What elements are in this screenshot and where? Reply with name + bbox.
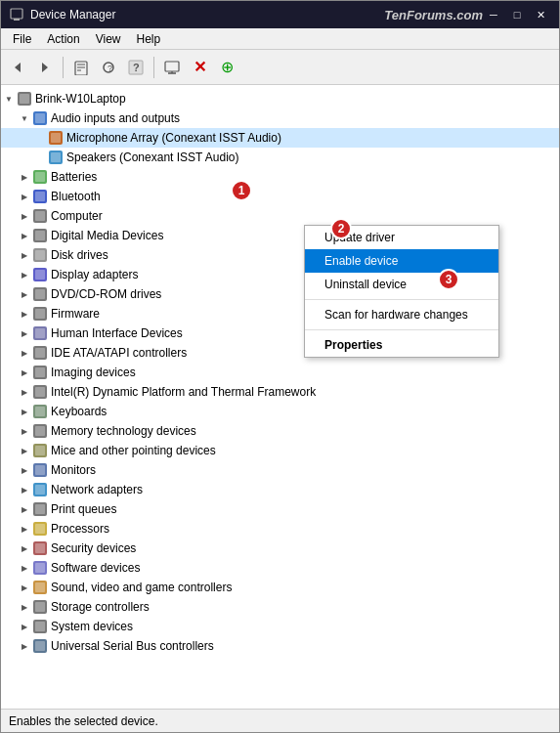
badge-3: 3 xyxy=(438,269,459,290)
tree-icon-keyboards xyxy=(32,404,48,419)
svg-rect-56 xyxy=(35,485,45,495)
tree-arrow-microphone[interactable] xyxy=(32,130,48,146)
tree-arrow-processors[interactable]: ▶ xyxy=(17,521,32,537)
tree-item-mice[interactable]: ▶ Mice and other pointing devices xyxy=(1,441,559,460)
tree-arrow-keyboards[interactable]: ▶ xyxy=(17,404,32,419)
tree-icon-root xyxy=(17,91,32,107)
menu-file[interactable]: File xyxy=(5,30,39,48)
update-button[interactable]: ? xyxy=(96,55,121,80)
tree-icon-batteries xyxy=(32,169,48,185)
tree-item-print[interactable]: ▶ Print queues xyxy=(1,499,559,519)
uninstall-button[interactable]: ✕ xyxy=(187,55,212,80)
tree-item-security[interactable]: ▶ Security devices xyxy=(1,539,559,558)
svg-rect-48 xyxy=(35,407,45,416)
back-button[interactable] xyxy=(5,55,30,80)
minimize-button[interactable]: ─ xyxy=(483,6,504,23)
svg-rect-66 xyxy=(35,582,45,592)
tree-label-software: Software devices xyxy=(51,561,140,575)
properties-button[interactable] xyxy=(68,55,94,80)
tree-icon-usb xyxy=(32,638,48,654)
menu-action[interactable]: Action xyxy=(39,30,87,48)
tree-icon-display xyxy=(32,267,48,282)
tree-item-keyboards[interactable]: ▶ Keyboards xyxy=(1,402,559,421)
tree-arrow-intel[interactable]: ▶ xyxy=(17,384,32,400)
tree-arrow-mice[interactable]: ▶ xyxy=(17,443,32,458)
menubar: File Action View Help xyxy=(1,28,559,50)
tree-item-speakers[interactable]: Speakers (Conexant ISST Audio) xyxy=(1,148,559,167)
badge-1: 1 xyxy=(231,180,252,201)
tree-arrow-sound[interactable]: ▶ xyxy=(17,580,32,595)
tree-arrow-security[interactable]: ▶ xyxy=(17,540,32,556)
tree-icon-imaging xyxy=(32,365,48,380)
ctx-sep-after-scan xyxy=(305,329,498,330)
tree-icon-disk xyxy=(32,247,48,263)
tree-arrow-bluetooth[interactable]: ▶ xyxy=(17,189,32,204)
maximize-button[interactable]: □ xyxy=(506,6,528,23)
tree-item-usb[interactable]: ▶ Universal Serial Bus controllers xyxy=(1,636,559,656)
tree-item-intel[interactable]: ▶ Intel(R) Dynamic Platform and Thermal … xyxy=(1,382,559,402)
toolbar: ? ? ✕ ⊕ xyxy=(1,50,559,85)
tree-arrow-system[interactable]: ▶ xyxy=(17,619,32,634)
tree-item-processors[interactable]: ▶ Processors xyxy=(1,519,559,539)
tree-item-batteries[interactable]: ▶ Batteries xyxy=(1,167,559,187)
tree-item-audio[interactable]: ▼ Audio inputs and outputs xyxy=(1,108,559,128)
tree-arrow-batteries[interactable]: ▶ xyxy=(17,169,32,185)
tree-item-network[interactable]: ▶ Network adapters xyxy=(1,480,559,499)
computer-button[interactable] xyxy=(159,55,185,80)
tree-arrow-print[interactable]: ▶ xyxy=(17,501,32,517)
tree-icon-computer xyxy=(32,208,48,224)
tree-arrow-audio[interactable]: ▼ xyxy=(17,110,32,126)
tree-arrow-hid[interactable]: ▶ xyxy=(17,325,32,341)
tree-item-computer[interactable]: ▶ Computer xyxy=(1,206,559,226)
tree-item-memory[interactable]: ▶ Memory technology devices xyxy=(1,421,559,441)
tree-item-system[interactable]: ▶ System devices xyxy=(1,617,559,636)
tree-arrow-root[interactable]: ▼ xyxy=(1,91,17,107)
scan-button[interactable]: ⊕ xyxy=(214,55,239,80)
tree-arrow-ide[interactable]: ▶ xyxy=(17,345,32,361)
ctx-uninstall[interactable]: Uninstall device xyxy=(305,273,498,296)
ctx-scan[interactable]: Scan for hardware changes xyxy=(305,303,498,326)
svg-rect-46 xyxy=(35,387,45,397)
device-tree[interactable]: ▼ Brink-W10Laptop▼ Audio inputs and outp… xyxy=(1,85,559,709)
close-button[interactable]: ✕ xyxy=(530,6,551,23)
tree-arrow-storage[interactable]: ▶ xyxy=(17,599,32,615)
tree-arrow-disk[interactable]: ▶ xyxy=(17,247,32,263)
help-button[interactable]: ? xyxy=(123,55,149,80)
svg-rect-60 xyxy=(35,524,45,534)
tree-item-root[interactable]: ▼ Brink-W10Laptop xyxy=(1,89,559,108)
tree-arrow-memory[interactable]: ▶ xyxy=(17,423,32,439)
main-area: ▼ Brink-W10Laptop▼ Audio inputs and outp… xyxy=(1,85,559,709)
tree-arrow-computer[interactable]: ▶ xyxy=(17,208,32,224)
svg-rect-30 xyxy=(35,231,45,240)
tree-arrow-firmware[interactable]: ▶ xyxy=(17,306,32,322)
tree-arrow-imaging[interactable]: ▶ xyxy=(17,365,32,380)
tree-arrow-digital[interactable]: ▶ xyxy=(17,228,32,243)
tree-icon-storage xyxy=(32,599,48,615)
tree-item-microphone[interactable]: Microphone Array (Conexant ISST Audio) xyxy=(1,128,559,148)
tree-icon-bluetooth xyxy=(32,189,48,204)
tree-arrow-software[interactable]: ▶ xyxy=(17,560,32,576)
tree-item-imaging[interactable]: ▶ Imaging devices xyxy=(1,363,559,382)
tree-item-storage[interactable]: ▶ Storage controllers xyxy=(1,597,559,617)
svg-rect-28 xyxy=(35,211,45,221)
tree-icon-ide xyxy=(32,345,48,361)
tree-item-monitors[interactable]: ▶ Monitors xyxy=(1,460,559,480)
menu-view[interactable]: View xyxy=(88,30,129,48)
tree-arrow-network[interactable]: ▶ xyxy=(17,482,32,497)
tree-item-sound[interactable]: ▶ Sound, video and game controllers xyxy=(1,578,559,597)
ctx-properties[interactable]: Properties xyxy=(305,333,498,357)
menu-help[interactable]: Help xyxy=(129,30,169,48)
tree-item-software[interactable]: ▶ Software devices xyxy=(1,558,559,578)
ctx-enable[interactable]: Enable device xyxy=(305,249,498,273)
forward-button[interactable] xyxy=(32,55,58,80)
tree-arrow-usb[interactable]: ▶ xyxy=(17,638,32,654)
tree-arrow-dvd[interactable]: ▶ xyxy=(17,286,32,302)
tree-label-firmware: Firmware xyxy=(51,307,100,321)
svg-marker-2 xyxy=(15,63,21,72)
svg-rect-20 xyxy=(51,133,61,143)
tree-arrow-monitors[interactable]: ▶ xyxy=(17,462,32,478)
tree-item-bluetooth[interactable]: ▶ Bluetooth xyxy=(1,187,559,206)
tree-icon-dvd xyxy=(32,286,48,302)
tree-arrow-display[interactable]: ▶ xyxy=(17,267,32,282)
tree-arrow-speakers[interactable] xyxy=(32,150,48,165)
